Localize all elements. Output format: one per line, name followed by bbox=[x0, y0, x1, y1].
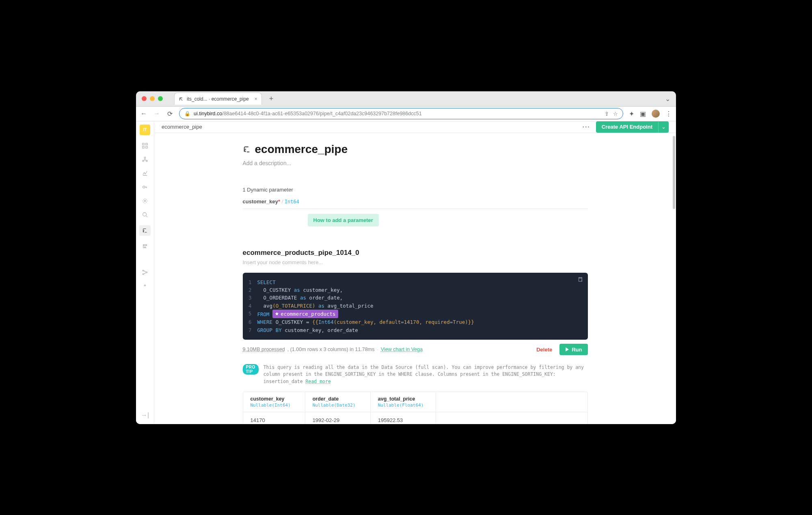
svg-point-4 bbox=[144, 157, 146, 158]
breadcrumb[interactable]: ecommerce_pipe bbox=[162, 124, 202, 130]
dashboard-icon[interactable] bbox=[142, 142, 148, 149]
params-header: 1 Dynamic parameter bbox=[243, 187, 588, 193]
pipe-title-icon bbox=[243, 145, 251, 153]
org-badge[interactable]: IT bbox=[140, 125, 150, 135]
datasource-icon[interactable] bbox=[142, 243, 148, 250]
svg-point-12 bbox=[143, 274, 144, 275]
stats-row: 9.10MB processed , (1.00m rows x 3 colum… bbox=[243, 344, 588, 355]
svg-point-8 bbox=[144, 200, 146, 202]
browser-toolbar: ← → ⟳ 🔒 ui.tinybird.co/88ae6414-48c0-4f1… bbox=[136, 107, 676, 121]
flow-icon[interactable] bbox=[142, 269, 148, 276]
star-icon[interactable]: ☆ bbox=[613, 111, 618, 117]
nav-reload-icon[interactable]: ⟳ bbox=[166, 110, 173, 118]
run-button[interactable]: Run bbox=[559, 344, 587, 355]
svg-point-10 bbox=[143, 270, 144, 271]
browser-menu-icon[interactable]: ⋮ bbox=[665, 110, 672, 118]
svg-rect-0 bbox=[143, 143, 144, 144]
app-sidebar: IT →| bbox=[136, 121, 154, 424]
browser-tab[interactable]: its_cold... · ecommerce_pipe × bbox=[174, 93, 262, 105]
more-menu-icon[interactable]: ··· bbox=[582, 123, 590, 131]
url-text: ui.tinybird.co/88ae6414-48c0-4f1a-ac61-e… bbox=[194, 111, 422, 116]
extensions-icon[interactable]: ✦ bbox=[629, 110, 634, 118]
param-type: Int64 bbox=[285, 199, 299, 205]
copy-icon[interactable] bbox=[577, 277, 583, 284]
delete-button[interactable]: Delete bbox=[536, 347, 552, 353]
create-api-dropdown[interactable]: ⌄ bbox=[658, 121, 669, 133]
chart-icon[interactable] bbox=[142, 170, 148, 177]
readmore-link[interactable]: Read more bbox=[306, 379, 331, 384]
node-title[interactable]: ecommerce_products_pipe_1014_0 bbox=[243, 249, 588, 257]
collapse-icon[interactable]: →| bbox=[142, 412, 148, 418]
howto-link[interactable]: How to add a parameter bbox=[308, 214, 379, 226]
gear-icon[interactable] bbox=[142, 198, 148, 204]
window-max-dot[interactable] bbox=[158, 96, 163, 101]
schema-icon[interactable] bbox=[142, 156, 148, 163]
new-tab-button[interactable]: + bbox=[269, 95, 274, 103]
key-icon[interactable] bbox=[142, 184, 148, 190]
svg-point-11 bbox=[146, 272, 147, 273]
share-icon[interactable]: ⇧ bbox=[605, 111, 609, 117]
svg-rect-1 bbox=[146, 143, 147, 144]
table-chip[interactable]: ecommerce_products bbox=[272, 310, 338, 318]
profile-avatar[interactable] bbox=[652, 110, 660, 118]
page-title: ecommerce_pipe bbox=[255, 143, 348, 156]
lock-icon: 🔒 bbox=[184, 111, 190, 116]
node-comment-input[interactable]: Insert your node comments here... bbox=[243, 259, 588, 265]
param-row: customer_key* / Int64 bbox=[243, 195, 588, 209]
sparkle-icon[interactable] bbox=[142, 283, 148, 289]
table-row[interactable]: 14170 1992-02-29 195922.53 bbox=[243, 412, 587, 424]
vega-link[interactable]: View chart in Vega bbox=[381, 347, 423, 352]
tab-favicon-icon bbox=[179, 97, 184, 101]
sql-editor[interactable]: 1SELECT 2 O_CUSTKEY as customer_key, 3 O… bbox=[243, 273, 588, 340]
nav-forward-icon: → bbox=[153, 110, 160, 117]
param-name: customer_key* bbox=[243, 198, 281, 205]
browser-titlebar: its_cold... · ecommerce_pipe × + ⌄ bbox=[136, 91, 676, 107]
tab-title: its_cold... · ecommerce_pipe bbox=[187, 96, 249, 102]
window-close-dot[interactable] bbox=[142, 96, 147, 101]
nav-back-icon[interactable]: ← bbox=[140, 110, 147, 117]
create-api-button[interactable]: Create API Endpoint bbox=[596, 121, 658, 133]
svg-point-9 bbox=[143, 212, 147, 216]
address-bar[interactable]: 🔒 ui.tinybird.co/88ae6414-48c0-4f1a-ac61… bbox=[179, 108, 623, 119]
tab-close-icon[interactable]: × bbox=[255, 96, 257, 102]
description-input[interactable]: Add a description... bbox=[243, 160, 588, 166]
svg-point-7 bbox=[143, 186, 145, 188]
tabs-dropdown-icon[interactable]: ⌄ bbox=[665, 95, 670, 103]
window-min-dot[interactable] bbox=[150, 96, 155, 101]
col-header-empty bbox=[436, 392, 587, 412]
col-header[interactable]: order_dateNullable(Date32) bbox=[305, 392, 370, 412]
scrollbar[interactable] bbox=[673, 136, 675, 209]
topbar: ecommerce_pipe ··· Create API Endpoint ⌄ bbox=[154, 121, 676, 133]
panel-icon[interactable]: ▣ bbox=[640, 110, 646, 118]
search-icon[interactable] bbox=[142, 211, 148, 218]
svg-rect-3 bbox=[146, 146, 147, 148]
play-icon bbox=[565, 347, 569, 351]
pipe-icon[interactable] bbox=[139, 225, 151, 236]
pro-tip-badge: PRO TIP bbox=[243, 364, 259, 375]
stats-processed[interactable]: 9.10MB processed bbox=[243, 347, 285, 352]
col-header[interactable]: customer_keyNullable(Int64) bbox=[243, 392, 305, 412]
result-table: customer_keyNullable(Int64) order_dateNu… bbox=[243, 392, 588, 424]
col-header[interactable]: avg_total_priceNullable(Float64) bbox=[370, 392, 436, 412]
tip-text: This query is reading all the data in th… bbox=[263, 364, 588, 385]
svg-rect-2 bbox=[143, 146, 144, 148]
